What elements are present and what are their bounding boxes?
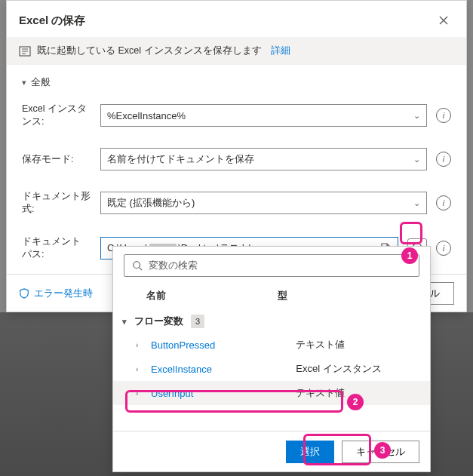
variable-row-excelinstance[interactable]: › ExcelInstance Excel インスタンス [113,357,430,381]
chevron-down-icon: ▾ [122,317,127,327]
chevron-down-icon: ⌄ [413,111,420,121]
variable-picker-popover: 変数の検索 名前 型 ▾ フロー変数 3 › ButtonPressed テキス… [112,246,431,472]
mode-select[interactable]: 名前を付けてドキュメントを保存 ⌄ [100,148,427,170]
info-text: 既に起動している Excel インスタンスを保存します [37,45,262,57]
excel-save-icon [19,45,31,57]
format-label: ドキュメント形式: [22,190,91,216]
close-icon [439,16,448,25]
on-error-link[interactable]: エラー発生時 [19,287,93,300]
variable-row-buttonpressed[interactable]: › ButtonPressed テキスト値 [113,333,430,357]
chevron-down-icon: ⌄ [413,155,420,164]
info-icon[interactable]: i [436,152,451,167]
instance-value: %ExcelInstance% [107,110,186,121]
shield-icon [19,288,29,299]
chevron-right-icon: › [136,365,143,373]
info-icon[interactable]: i [436,241,451,256]
mode-label: 保存モード: [22,153,91,166]
instance-label: Excel インスタンス: [22,103,91,128]
chevron-right-icon: › [136,341,143,349]
select-button[interactable]: 選択 [286,441,334,463]
path-label: ドキュメント パス: [22,235,91,261]
popover-cancel-button[interactable]: キャンセル [342,441,419,463]
chevron-right-icon: › [136,389,143,398]
dialog-title: Excel の保存 [19,14,85,28]
section-general-toggle[interactable]: ▾ 全般 [22,71,451,98]
search-placeholder: 変数の検索 [149,259,198,272]
flow-variables-group[interactable]: ▾ フロー変数 3 [113,310,430,333]
info-icon[interactable]: i [436,195,451,210]
variable-search-input[interactable]: 変数の検索 [124,254,419,277]
search-icon [132,260,143,271]
info-bar: 既に起動している Excel インスタンスを保存します 詳細 [7,37,466,65]
group-label: フロー変数 [134,315,183,328]
mode-value: 名前を付けてドキュメントを保存 [107,152,254,166]
svg-point-1 [134,262,140,269]
column-name-header: 名前 [146,289,278,302]
close-button[interactable] [433,10,454,31]
group-count-badge: 3 [191,315,204,328]
info-details-link[interactable]: 詳細 [271,45,290,57]
chevron-down-icon: ▾ [22,78,26,88]
section-general-label: 全般 [31,75,51,89]
info-icon[interactable]: i [436,108,451,123]
chevron-down-icon: ⌄ [413,198,420,208]
variable-row-userinput[interactable]: › UserInput テキスト値 [113,381,430,405]
format-value: 既定 (拡張機能から) [107,196,195,210]
instance-select[interactable]: %ExcelInstance% ⌄ [100,104,427,127]
column-type-header: 型 [278,289,397,302]
format-select[interactable]: 既定 (拡張機能から) ⌄ [100,192,427,214]
